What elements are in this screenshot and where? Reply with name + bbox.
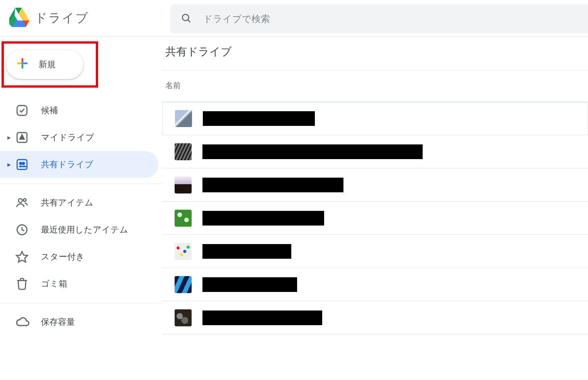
new-button-label: 新規 [39, 59, 56, 70]
svg-rect-5 [17, 159, 27, 170]
search-icon [181, 13, 192, 25]
trash-icon [14, 277, 41, 290]
drive-name-redacted [202, 178, 343, 192]
plus-icon [15, 56, 30, 73]
drive-list [162, 102, 588, 334]
sidebar-item-shared-with-me[interactable]: 共有アイテム [0, 189, 158, 216]
drive-name-redacted [202, 277, 297, 292]
svg-rect-2 [22, 63, 23, 64]
divider [0, 303, 162, 303]
page-title: 共有ドライブ [165, 44, 588, 59]
body: 新規 候補 ▸ マイドライブ [0, 36, 588, 380]
drive-row[interactable] [162, 102, 588, 135]
sidebar-item-starred[interactable]: スター付き [0, 243, 158, 270]
svg-point-9 [24, 198, 26, 201]
drive-thumbnail [175, 143, 192, 160]
svg-line-1 [188, 20, 190, 22]
header: ドライブ [0, 0, 588, 36]
sidebar: 新規 候補 ▸ マイドライブ [0, 37, 162, 380]
sidebar-item-suggestions[interactable]: 候補 [0, 97, 158, 124]
drive-thumbnail [175, 110, 192, 127]
star-icon [14, 250, 41, 263]
sidebar-item-label: 共有ドライブ [41, 159, 93, 170]
cloud-icon [14, 315, 41, 329]
sidebar-item-label: マイドライブ [41, 132, 94, 143]
highlight-annotation: 新規 [2, 41, 98, 88]
sidebar-item-label: スター付き [41, 251, 85, 263]
sidebar-item-label: 保存容量 [41, 316, 75, 328]
drive-row[interactable] [162, 202, 588, 235]
clock-icon [14, 223, 41, 236]
drive-name-redacted [202, 310, 322, 325]
svg-point-0 [182, 14, 189, 20]
drive-name-redacted [202, 244, 291, 259]
drive-name-redacted [202, 144, 423, 159]
logo-area[interactable]: ドライブ [8, 8, 170, 29]
svg-marker-11 [17, 252, 27, 262]
sidebar-item-storage[interactable]: 保存容量 [0, 309, 158, 336]
drive-logo-icon [8, 8, 29, 29]
sidebar-item-label: ゴミ箱 [41, 278, 67, 290]
drive-row[interactable] [162, 168, 588, 202]
sidebar-nav: 候補 ▸ マイドライブ ▸ [0, 97, 162, 336]
main-content: 共有ドライブ 名前 [162, 37, 588, 380]
divider [0, 183, 162, 184]
drive-name-redacted [203, 111, 315, 126]
search-input[interactable] [202, 13, 577, 25]
sidebar-item-label: 候補 [41, 105, 58, 116]
sidebar-item-label: 最近使用したアイテム [41, 224, 128, 236]
drive-thumbnail [175, 309, 192, 326]
column-header-name[interactable]: 名前 [162, 70, 588, 102]
drive-row[interactable] [162, 235, 588, 268]
sidebar-item-label: 共有アイテム [41, 197, 93, 209]
shared-drive-icon [14, 158, 41, 171]
drive-name-redacted [202, 211, 324, 226]
drive-thumbnail [175, 243, 192, 260]
sidebar-item-my-drive[interactable]: ▸ マイドライブ [0, 124, 158, 151]
new-button[interactable]: 新規 [6, 50, 83, 79]
drive-thumbnail [175, 210, 192, 227]
sidebar-item-shared-drives[interactable]: ▸ 共有ドライブ [0, 151, 158, 178]
chevron-right-icon[interactable]: ▸ [4, 160, 14, 169]
people-icon [14, 196, 41, 209]
search-bar[interactable] [170, 4, 588, 34]
drive-thumbnail [175, 176, 192, 193]
check-square-icon [14, 104, 41, 117]
chevron-right-icon[interactable]: ▸ [4, 133, 14, 142]
drive-row[interactable] [162, 135, 588, 168]
svg-point-8 [19, 198, 22, 202]
drive-row[interactable] [162, 301, 588, 334]
sidebar-item-trash[interactable]: ゴミ箱 [0, 270, 158, 297]
svg-point-6 [20, 162, 22, 165]
sidebar-item-recent[interactable]: 最近使用したアイテム [0, 216, 158, 243]
drive-thumbnail [175, 276, 192, 293]
app-title: ドライブ [35, 10, 89, 27]
svg-point-7 [22, 162, 25, 165]
svg-rect-3 [17, 105, 27, 115]
my-drive-icon [14, 131, 41, 144]
drive-row[interactable] [162, 268, 588, 301]
